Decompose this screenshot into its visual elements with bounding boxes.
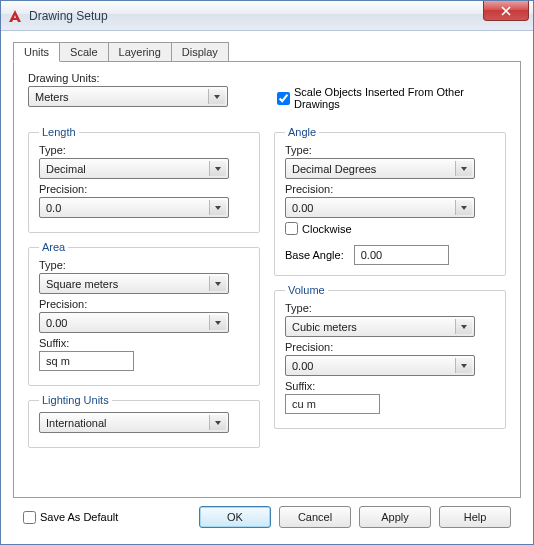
angle-legend: Angle (285, 126, 319, 138)
dialog-footer: Save As Default OK Cancel Apply Help (13, 498, 521, 536)
area-type-value: Square meters (46, 278, 118, 290)
scale-objects-checkbox[interactable] (277, 92, 290, 105)
angle-group: Angle Type: Decimal Degrees Precision: (274, 126, 506, 276)
length-group: Length Type: Decimal Precision: 0.0 (28, 126, 260, 233)
length-precision-select[interactable]: 0.0 (39, 197, 229, 218)
length-type-select[interactable]: Decimal (39, 158, 229, 179)
volume-type-label: Type: (285, 302, 495, 314)
titlebar: Drawing Setup (1, 1, 533, 31)
save-as-default-checkbox[interactable] (23, 511, 36, 524)
area-precision-select[interactable]: 0.00 (39, 312, 229, 333)
chevron-down-icon (455, 358, 472, 373)
tab-strip: Units Scale Layering Display (13, 41, 521, 61)
clockwise-label: Clockwise (302, 223, 352, 235)
save-as-default-row[interactable]: Save As Default (23, 511, 118, 524)
chevron-down-icon (209, 276, 226, 291)
area-type-label: Type: (39, 259, 249, 271)
area-suffix-label: Suffix: (39, 337, 249, 349)
angle-type-label: Type: (285, 144, 495, 156)
volume-type-select[interactable]: Cubic meters (285, 316, 475, 337)
chevron-down-icon (455, 200, 472, 215)
volume-suffix-input[interactable] (285, 394, 380, 414)
app-icon (7, 8, 23, 24)
angle-type-value: Decimal Degrees (292, 163, 376, 175)
clockwise-checkbox-row[interactable]: Clockwise (285, 222, 495, 235)
apply-button[interactable]: Apply (359, 506, 431, 528)
length-type-value: Decimal (46, 163, 86, 175)
lighting-legend: Lighting Units (39, 394, 112, 406)
volume-group: Volume Type: Cubic meters Precision: 0. (274, 284, 506, 429)
chevron-down-icon (209, 161, 226, 176)
client-area: Units Scale Layering Display Drawing Uni… (1, 31, 533, 544)
chevron-down-icon (209, 415, 226, 430)
length-type-label: Type: (39, 144, 249, 156)
cancel-button[interactable]: Cancel (279, 506, 351, 528)
lighting-value: International (46, 417, 107, 429)
tab-scale[interactable]: Scale (59, 42, 109, 62)
base-angle-input[interactable] (354, 245, 449, 265)
volume-type-value: Cubic meters (292, 321, 357, 333)
ok-button[interactable]: OK (199, 506, 271, 528)
area-legend: Area (39, 241, 68, 253)
clockwise-checkbox[interactable] (285, 222, 298, 235)
chevron-down-icon (455, 161, 472, 176)
scale-objects-checkbox-row[interactable]: Scale Objects Inserted From Other Drawin… (277, 86, 506, 110)
angle-precision-select[interactable]: 0.00 (285, 197, 475, 218)
angle-precision-value: 0.00 (292, 202, 313, 214)
area-precision-value: 0.00 (46, 317, 67, 329)
length-precision-label: Precision: (39, 183, 249, 195)
drawing-units-value: Meters (35, 91, 69, 103)
length-precision-value: 0.0 (46, 202, 61, 214)
volume-precision-select[interactable]: 0.00 (285, 355, 475, 376)
dialog-window: Drawing Setup Units Scale Layering Displ… (0, 0, 534, 545)
tab-units[interactable]: Units (13, 42, 60, 62)
area-group: Area Type: Square meters Precision: 0.0 (28, 241, 260, 386)
chevron-down-icon (209, 200, 226, 215)
chevron-down-icon (455, 319, 472, 334)
area-suffix-input[interactable] (39, 351, 134, 371)
scale-objects-label: Scale Objects Inserted From Other Drawin… (294, 86, 506, 110)
volume-suffix-label: Suffix: (285, 380, 495, 392)
volume-legend: Volume (285, 284, 328, 296)
help-button[interactable]: Help (439, 506, 511, 528)
area-type-select[interactable]: Square meters (39, 273, 229, 294)
chevron-down-icon (209, 315, 226, 330)
base-angle-label: Base Angle: (285, 249, 344, 261)
length-legend: Length (39, 126, 79, 138)
drawing-units-select[interactable]: Meters (28, 86, 228, 107)
area-precision-label: Precision: (39, 298, 249, 310)
close-button[interactable] (483, 1, 529, 21)
tab-panel-units: Drawing Units: Meters Scale Objects Inse… (13, 61, 521, 498)
angle-precision-label: Precision: (285, 183, 495, 195)
chevron-down-icon (208, 89, 225, 104)
window-title: Drawing Setup (29, 9, 108, 23)
tab-display[interactable]: Display (171, 42, 229, 62)
save-as-default-label: Save As Default (40, 511, 118, 523)
lighting-select[interactable]: International (39, 412, 229, 433)
lighting-group: Lighting Units International (28, 394, 260, 448)
angle-type-select[interactable]: Decimal Degrees (285, 158, 475, 179)
tab-layering[interactable]: Layering (108, 42, 172, 62)
volume-precision-value: 0.00 (292, 360, 313, 372)
volume-precision-label: Precision: (285, 341, 495, 353)
drawing-units-label: Drawing Units: (28, 72, 257, 84)
